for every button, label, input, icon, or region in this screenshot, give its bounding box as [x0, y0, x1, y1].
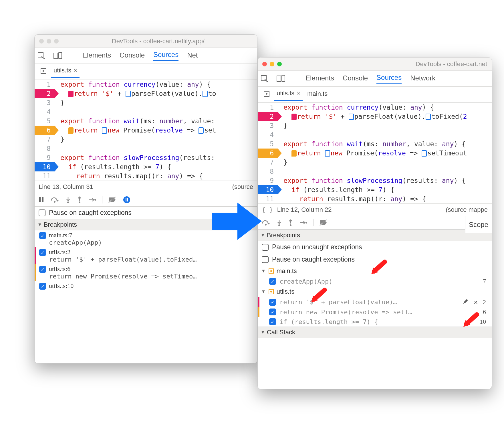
deactivate-breakpoints-icon[interactable]	[320, 219, 328, 226]
group-filename: utils.ts	[277, 288, 294, 295]
group-filename: main.ts	[277, 267, 297, 275]
step-out-icon[interactable]	[77, 196, 82, 203]
titlebar: DevTools - coffee-cart.netlify.app/	[35, 35, 257, 48]
breakpoint-group-header[interactable]: ▼utils.ts	[258, 286, 492, 297]
svg-point-8	[79, 201, 80, 203]
step-into-icon[interactable]	[66, 196, 71, 203]
svg-point-28	[270, 291, 272, 292]
breakpoint-checkbox[interactable]	[39, 232, 46, 239]
device-icon[interactable]	[53, 52, 62, 60]
tab-network[interactable]: Network	[410, 74, 435, 83]
navigator-icon[interactable]	[38, 67, 49, 77]
svg-rect-1	[54, 53, 58, 59]
file-tab-label: utils.ts	[53, 67, 71, 74]
breakpoint-checkbox[interactable]	[269, 299, 276, 306]
svg-rect-16	[277, 76, 281, 82]
step-icon[interactable]	[88, 197, 96, 203]
panel-tabs: Elements Console Sources Network	[305, 74, 435, 84]
inspect-icon[interactable]	[261, 75, 268, 82]
min-dot[interactable]	[270, 62, 274, 66]
tab-elements[interactable]: Elements	[82, 51, 111, 60]
file-tab-utils[interactable]: utils.ts ×	[274, 88, 303, 101]
breakpoint-entry[interactable]: if (results.length >= 7) {10	[258, 317, 492, 327]
tab-sources[interactable]: Sources	[153, 51, 178, 61]
close-icon[interactable]: ×	[74, 67, 77, 74]
breakpoint-checkbox[interactable]	[39, 249, 46, 256]
cursor-position: Line 12, Column 22	[273, 206, 446, 213]
traffic-lights	[262, 62, 282, 66]
min-dot[interactable]	[47, 39, 51, 44]
breakpoint-snippet: return '$' + parseFloat(value)…	[279, 298, 459, 306]
breakpoint-snippet: if (results.length >= 7) {	[279, 318, 476, 325]
breakpoint-entry[interactable]: utils.ts:6return new Promise(resolve => …	[35, 264, 257, 281]
pause-exceptions-icon[interactable]	[123, 196, 130, 203]
callstack-header[interactable]: ▼ Call Stack	[258, 327, 492, 338]
window-title: DevTools - coffee-cart.net	[287, 60, 487, 68]
svg-rect-13	[126, 198, 126, 201]
close-icon[interactable]: ×	[297, 90, 300, 97]
cursor-position: Line 13, Column 31	[39, 183, 93, 191]
triangle-down-icon: ▼	[261, 330, 265, 335]
tab-network[interactable]: Net	[187, 51, 198, 60]
step-icon[interactable]	[299, 220, 307, 226]
file-icon	[268, 288, 274, 295]
breakpoint-line-number: 7	[483, 278, 488, 285]
inspect-icon[interactable]	[37, 52, 45, 60]
navigator-icon[interactable]	[261, 90, 272, 100]
breakpoint-entry[interactable]: return new Promise(resolve => setT…6	[258, 307, 492, 317]
breakpoint-snippet: return '$' + parseFloat(value).toFixed…	[49, 256, 253, 263]
editor-statusbar: Line 13, Column 31 (source	[35, 181, 257, 193]
svg-point-26	[270, 270, 272, 272]
breakpoint-entry[interactable]: utils.ts:10	[35, 281, 257, 291]
breakpoint-checkbox[interactable]	[269, 309, 276, 315]
svg-point-19	[265, 224, 267, 226]
breakpoint-checkbox[interactable]	[39, 283, 46, 290]
scope-tab[interactable]: Scope	[465, 216, 492, 233]
pause-uncaught-row[interactable]: Pause on uncaught exceptions	[258, 241, 492, 253]
breakpoint-checkbox[interactable]	[269, 318, 276, 325]
breakpoint-snippet: return new Promise(resolve => setTimeo…	[49, 273, 253, 280]
step-out-icon[interactable]	[288, 219, 293, 226]
deactivate-breakpoints-icon[interactable]	[109, 196, 117, 203]
code-editor[interactable]: 123456?7891011 export function currency(…	[35, 80, 257, 181]
code-editor[interactable]: 123456?7891011 export function currency(…	[258, 103, 492, 203]
device-icon[interactable]	[277, 75, 285, 82]
breakpoint-entry[interactable]: utils.ts:2return '$' + parseFloat(value)…	[35, 247, 257, 264]
triangle-down-icon: ▼	[261, 268, 266, 274]
step-into-icon[interactable]	[277, 219, 282, 226]
pause-caught-checkbox[interactable]	[262, 256, 269, 263]
edit-icon[interactable]	[463, 298, 469, 306]
source-map-indicator: (source mappe	[446, 206, 488, 213]
panel-tabs: Elements Console Sources Net	[82, 51, 198, 61]
close-dot[interactable]	[262, 62, 267, 66]
callout-arrow-icon	[309, 286, 329, 308]
callstack-label: Call Stack	[267, 329, 295, 336]
file-tab-utils[interactable]: utils.ts ×	[51, 66, 80, 78]
breakpoint-entry[interactable]: return '$' + parseFloat(value)…✕2	[258, 297, 492, 307]
tab-sources[interactable]: Sources	[376, 74, 402, 84]
pause-caught-label: Pause on caught exceptions	[49, 209, 132, 217]
pause-uncaught-checkbox[interactable]	[262, 244, 269, 251]
file-tabs: utils.ts ×	[35, 64, 257, 80]
svg-point-6	[54, 201, 55, 203]
pause-icon[interactable]	[39, 197, 44, 203]
remove-icon[interactable]: ✕	[472, 298, 479, 306]
tab-console[interactable]: Console	[120, 51, 145, 60]
breakpoints-header[interactable]: ▼ Breakpoints	[258, 230, 492, 241]
max-dot[interactable]	[54, 39, 59, 44]
step-over-icon[interactable]	[51, 197, 59, 203]
breakpoints-label: Breakpoints	[44, 221, 77, 228]
tab-elements[interactable]: Elements	[305, 74, 334, 83]
file-tab-main[interactable]: main.ts	[305, 89, 330, 100]
svg-point-22	[305, 222, 307, 224]
traffic-lights	[39, 39, 59, 44]
close-dot[interactable]	[39, 39, 44, 44]
main-toolbar: Elements Console Sources Net	[35, 48, 257, 64]
breakpoint-snippet: return new Promise(resolve => setT…	[279, 309, 479, 316]
braces-icon[interactable]: { }	[262, 206, 273, 213]
tab-console[interactable]: Console	[343, 74, 368, 83]
pause-caught-checkbox[interactable]	[39, 209, 45, 216]
breakpoint-checkbox[interactable]	[39, 266, 46, 273]
max-dot[interactable]	[277, 62, 282, 66]
breakpoint-checkbox[interactable]	[269, 278, 276, 285]
